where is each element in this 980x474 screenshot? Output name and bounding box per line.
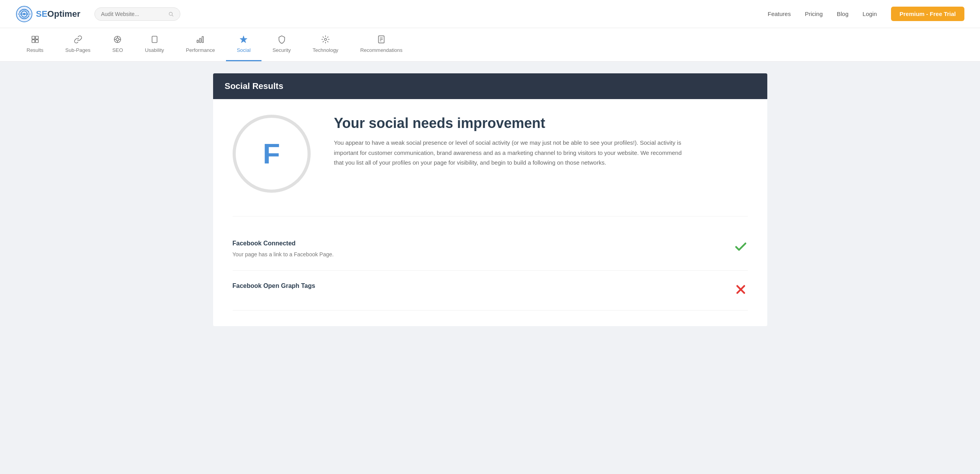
tab-navigation: Results Sub-Pages SEO Usability Performa… [0, 28, 980, 62]
svg-point-19 [324, 38, 327, 41]
logo-text: SEOptimer [36, 9, 80, 19]
tab-recommendations[interactable]: Recommendations [349, 28, 413, 61]
main-content: Social Results F Your social needs impro… [197, 73, 783, 326]
score-letter: F [263, 138, 280, 170]
score-content: Your social needs improvement You appear… [334, 115, 748, 168]
check-item-title-facebook-connected: Facebook Connected [233, 240, 718, 247]
tab-seo[interactable]: SEO [101, 28, 134, 61]
score-circle: F [233, 115, 311, 193]
tab-usability[interactable]: Usability [134, 28, 175, 61]
performance-icon [196, 35, 205, 45]
check-item-content: Facebook Connected Your page has a link … [233, 240, 718, 259]
score-title: Your social needs improvement [334, 115, 748, 131]
technology-icon [321, 35, 330, 45]
cta-button[interactable]: Premium - Free Trial [891, 7, 964, 21]
tab-performance[interactable]: Performance [175, 28, 226, 61]
results-icon [31, 35, 39, 45]
check-status-facebook-connected [734, 240, 748, 256]
tab-sub-pages[interactable]: Sub-Pages [54, 28, 101, 61]
tab-usability-label: Usability [145, 47, 164, 53]
seo-icon [113, 35, 122, 45]
check-item-title-og: Facebook Open Graph Tags [233, 282, 718, 289]
main-header: SEOptimer Features Pricing Blog Login Pr… [0, 0, 980, 28]
search-icon [168, 11, 174, 17]
search-bar[interactable] [94, 7, 180, 21]
nav-blog[interactable]: Blog [837, 11, 848, 17]
tab-security-label: Security [272, 47, 291, 53]
svg-line-4 [172, 15, 173, 16]
tab-sub-pages-label: Sub-Pages [65, 47, 90, 53]
tab-results-label: Results [27, 47, 43, 53]
svg-rect-5 [32, 36, 34, 39]
tab-results[interactable]: Results [16, 28, 54, 61]
nav-features[interactable]: Features [768, 11, 791, 17]
social-icon [239, 35, 248, 45]
nav-pricing[interactable]: Pricing [805, 11, 823, 17]
main-nav: Features Pricing Blog Login Premium - Fr… [768, 7, 964, 21]
svg-rect-17 [200, 38, 201, 43]
svg-rect-18 [202, 37, 204, 43]
score-description: You appear to have a weak social presenc… [334, 138, 685, 168]
section-header: Social Results [213, 73, 767, 99]
tab-social-label: Social [237, 47, 251, 53]
usability-icon [150, 35, 159, 45]
search-input[interactable] [101, 11, 165, 17]
security-icon [277, 35, 286, 45]
svg-rect-7 [32, 40, 34, 43]
logo[interactable]: SEOptimer [16, 5, 80, 23]
tab-social[interactable]: Social [226, 28, 261, 61]
tab-performance-label: Performance [186, 47, 215, 53]
svg-rect-15 [152, 36, 157, 43]
tab-seo-label: SEO [112, 47, 123, 53]
results-panel: F Your social needs improvement You appe… [213, 99, 767, 326]
check-status-og [734, 282, 748, 298]
check-item-desc-facebook-connected: Your page has a link to a Facebook Page. [233, 250, 718, 259]
sub-pages-icon [74, 35, 82, 45]
recommendations-icon [377, 35, 386, 45]
check-item-facebook-connected: Facebook Connected Your page has a link … [233, 228, 748, 271]
svg-rect-8 [36, 40, 38, 43]
score-section: F Your social needs improvement You appe… [233, 115, 748, 193]
svg-rect-6 [36, 36, 38, 39]
svg-point-10 [116, 38, 119, 41]
tab-technology-label: Technology [313, 47, 338, 53]
logo-icon [16, 5, 33, 23]
check-item-content-og: Facebook Open Graph Tags [233, 282, 718, 293]
svg-rect-16 [197, 40, 199, 43]
check-item-facebook-open-graph: Facebook Open Graph Tags [233, 271, 748, 311]
nav-login[interactable]: Login [863, 11, 877, 17]
tab-recommendations-label: Recommendations [360, 47, 402, 53]
svg-point-3 [169, 12, 172, 15]
check-items: Facebook Connected Your page has a link … [233, 216, 748, 311]
tab-technology[interactable]: Technology [302, 28, 349, 61]
tab-security[interactable]: Security [261, 28, 302, 61]
